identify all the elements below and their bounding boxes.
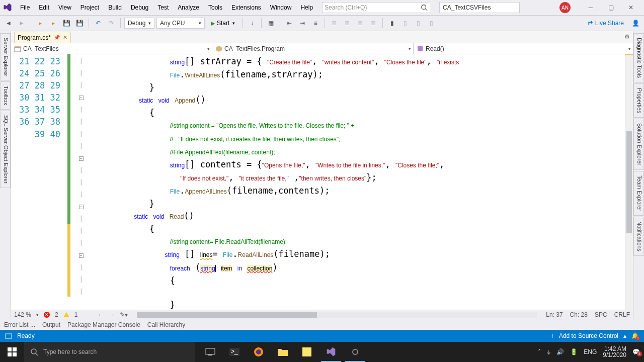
side-tab[interactable]: Properties (633, 83, 644, 118)
network-icon[interactable]: ⏚ (547, 348, 550, 355)
close-tab-icon[interactable]: ✕ (63, 34, 67, 41)
undo-button[interactable]: ↶ (93, 18, 104, 29)
windows-taskbar: Type here to search >_ ˄ ⏚ 🔊 🔋 ENG 1:42 … (0, 342, 644, 362)
outdent-button[interactable]: ⇤ (284, 18, 295, 29)
menu-test[interactable]: Test (153, 2, 173, 13)
svg-rect-4 (418, 46, 423, 51)
nav-scope[interactable]: CA_TextFiles▾ (11, 43, 212, 54)
app-obs[interactable] (343, 342, 367, 362)
code-text[interactable]: string[] strArray = { "Creates the file"… (86, 54, 625, 310)
save-button[interactable]: 💾 (61, 18, 72, 29)
document-tab[interactable]: Program.cs* 📌 ✕ (14, 32, 71, 43)
volume-icon[interactable]: 🔊 (556, 348, 564, 355)
col-indicator: Ch: 28 (570, 311, 588, 318)
app-firefox[interactable] (247, 342, 271, 362)
vertical-scrollbar[interactable] (625, 54, 633, 310)
side-tab[interactable]: Diagnostic Tools (633, 33, 644, 82)
side-tab[interactable]: Toolbox (0, 81, 11, 110)
start-menu-button[interactable] (0, 342, 24, 362)
tab-options-icon[interactable]: ⚙ (624, 33, 630, 40)
app-explorer[interactable] (271, 342, 295, 362)
menu-file[interactable]: File (16, 2, 34, 13)
battery-icon[interactable]: 🔋 (570, 348, 578, 355)
main-menu: FileEditViewProjectBuildDebugTestAnalyze… (16, 2, 317, 13)
quick-search[interactable]: Search (Ctrl+Q) (322, 2, 430, 13)
feedback-button[interactable]: 👤 (630, 18, 641, 29)
zoom-level[interactable]: 142 % (14, 311, 31, 318)
side-tab[interactable]: Solution Explorer (633, 119, 644, 170)
nav-fwd-icon[interactable]: → (109, 311, 115, 318)
menu-debug[interactable]: Debug (127, 2, 152, 13)
error-icon[interactable]: ✕ (44, 312, 50, 318)
nav-member[interactable]: Read()▾ (414, 43, 633, 54)
menu-analyze[interactable]: Analyze (174, 2, 203, 13)
platform-combo[interactable]: Any CPU▾ (156, 18, 205, 29)
side-tab[interactable]: Server Explorer (0, 33, 11, 80)
editor-pane: Program.cs* 📌 ✕ ⚙ CA_TextFiles▾ CA_TextF… (11, 31, 633, 319)
solution-name[interactable]: CA_TextCSVFiles (439, 2, 520, 13)
tool-tab[interactable]: Call Hierarchy (147, 321, 185, 328)
action-center-icon[interactable]: 💬4 (632, 348, 640, 355)
forward-button[interactable]: ► (16, 18, 27, 29)
tool-button-4[interactable]: ▯ (399, 18, 411, 29)
new-button[interactable]: ▸ (35, 18, 46, 29)
indent-button[interactable]: ⇥ (297, 18, 308, 29)
menu-window[interactable]: Window (266, 2, 296, 13)
format-button[interactable]: ≡ (310, 18, 321, 29)
tray-expand-icon[interactable]: ˄ (538, 348, 541, 355)
tool-button-6[interactable]: ▯ (426, 18, 437, 29)
task-view-button[interactable] (198, 342, 222, 362)
user-avatar[interactable]: AN (559, 2, 571, 13)
tool-button-2[interactable]: ≣ (355, 18, 366, 29)
notifications-icon[interactable]: 🔔1 (631, 332, 639, 339)
live-share-button[interactable]: Live Share (582, 20, 628, 27)
config-combo[interactable]: Debug▾ (124, 18, 154, 29)
share-icon (586, 20, 593, 27)
app-terminal[interactable]: >_ (222, 342, 247, 362)
menu-project[interactable]: Project (76, 2, 103, 13)
side-tab[interactable]: Team Explorer (633, 171, 644, 216)
nav-back-icon[interactable]: ← (98, 311, 104, 318)
open-button[interactable]: ▸ (48, 18, 59, 29)
pen-icon[interactable]: ✎▾ (120, 311, 128, 318)
taskbar-search[interactable]: Type here to search (24, 342, 195, 362)
pin-icon[interactable]: 📌 (54, 35, 60, 40)
tool-button-5[interactable]: ▯ (413, 18, 424, 29)
side-tab[interactable]: Notifications (633, 217, 644, 256)
clock[interactable]: 1:42 AM 9/1/2020 (603, 346, 626, 358)
menu-help[interactable]: Help (296, 2, 317, 13)
warning-icon[interactable] (63, 312, 69, 317)
editor-status-bar: 142 % ▾ ✕2 1 ← → ✎▾ Ln: 37 Ch: 28 SPC CR… (11, 310, 633, 319)
menu-build[interactable]: Build (104, 2, 126, 13)
app-visual-studio[interactable] (319, 342, 343, 362)
menu-edit[interactable]: Edit (35, 2, 53, 13)
tool-tab[interactable]: Package Manager Console (67, 321, 140, 328)
system-tray: ˄ ⏚ 🔊 🔋 ENG 1:42 AM 9/1/2020 💬4 (534, 346, 644, 358)
menu-view[interactable]: View (54, 2, 75, 13)
redo-button[interactable]: ↷ (106, 18, 117, 29)
language-indicator[interactable]: ENG (584, 348, 597, 355)
side-tab[interactable]: SQL Server Object Explorer (0, 111, 11, 188)
menu-tools[interactable]: Tools (204, 2, 226, 13)
step-button[interactable]: ↓ (247, 18, 258, 29)
close-button[interactable]: ✕ (621, 1, 641, 15)
start-button[interactable]: ▶Start▾ (207, 18, 239, 29)
save-all-button[interactable]: 💾 (74, 18, 85, 29)
bookmark-button[interactable]: ▮ (386, 18, 397, 29)
source-control-button[interactable]: Add to Source Control (559, 332, 618, 339)
menu-extensions[interactable]: Extensions (227, 2, 265, 13)
comment-button[interactable]: ≣ (329, 18, 340, 29)
nav-class[interactable]: CA_TextFiles.Program▾ (212, 43, 414, 54)
uncomment-button[interactable]: ≣ (342, 18, 353, 29)
fold-column[interactable]: │ │ │ − │ │ │ │ − │ │ │ − │ │ │ − │ │ │ (76, 54, 86, 310)
tool-tab[interactable]: Error List ... (4, 321, 35, 328)
back-button[interactable]: ◄ (3, 18, 14, 29)
app-sticky[interactable] (295, 342, 319, 362)
maximize-button[interactable]: ▢ (601, 1, 621, 15)
tool-button-1[interactable]: ▦ (265, 18, 276, 29)
horizontal-scrollbar[interactable] (137, 312, 537, 318)
tool-tab[interactable]: Output (42, 321, 60, 328)
minimize-button[interactable]: ─ (581, 1, 601, 15)
code-area[interactable]: 21 22 23 24 25 26 27 28 29 30 31 32 33 3… (11, 54, 633, 310)
tool-button-3[interactable]: ≣ (368, 18, 379, 29)
